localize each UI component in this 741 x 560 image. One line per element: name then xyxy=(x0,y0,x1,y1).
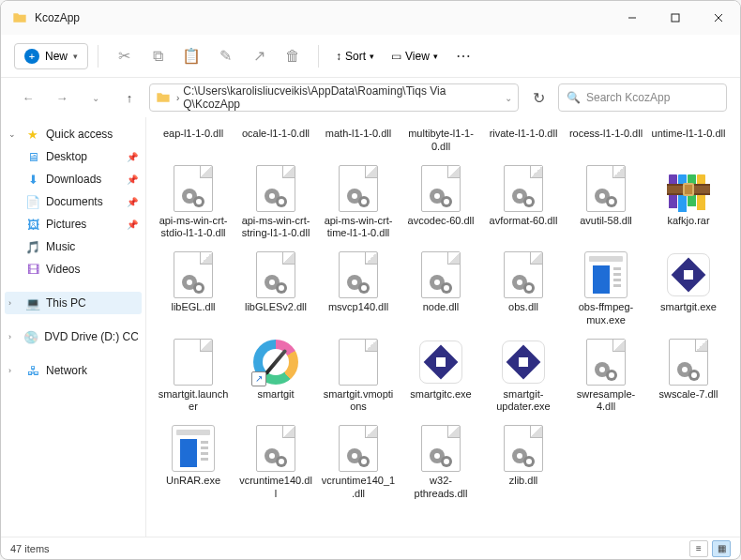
cut-icon[interactable]: ✂ xyxy=(108,40,140,72)
navigation-pane: ⌄★Quick access 🖥Desktop📌 ⬇Downloads📌 📄Do… xyxy=(1,117,146,537)
file-item[interactable]: vcruntime140_1.dll xyxy=(319,421,398,505)
file-label: libGLESv2.dll xyxy=(245,301,307,314)
search-input[interactable]: 🔍 Search KcozApp xyxy=(558,83,727,112)
file-item[interactable]: avformat-60.dll xyxy=(484,161,563,245)
file-item[interactable]: smartgitc.exe xyxy=(401,335,480,418)
chevron-down-icon: ▾ xyxy=(370,52,374,61)
file-label: vcruntime140.dll xyxy=(238,475,313,501)
refresh-button[interactable]: ↻ xyxy=(524,83,552,112)
sidebar-item-music[interactable]: 🎵Music xyxy=(5,235,142,258)
file-label: multibyte-l1-1-0.dll xyxy=(403,128,478,154)
sidebar-item-documents[interactable]: 📄Documents📌 xyxy=(5,190,142,213)
file-label: swresample-4.dll xyxy=(568,388,643,415)
chevron-down-icon[interactable]: ⌄ xyxy=(82,83,110,112)
address-path: C:\Users\karolisliucveikis\AppData\Roami… xyxy=(183,84,505,111)
file-item[interactable]: api-ms-win-crt-stdio-l1-1-0.dll xyxy=(154,161,233,245)
svg-rect-1 xyxy=(672,14,679,22)
sidebar-item-desktop[interactable]: 🖥Desktop📌 xyxy=(5,145,142,168)
file-label: obs-ffmpeg-mux.exe xyxy=(568,301,643,327)
file-item[interactable]: avutil-58.dll xyxy=(567,161,645,245)
close-button[interactable] xyxy=(697,1,740,35)
file-item[interactable]: w32-pthreads.dll xyxy=(401,421,480,505)
address-bar[interactable]: › C:\Users\karolisliucveikis\AppData\Roa… xyxy=(149,83,519,112)
file-label: untime-l1-1-0.dll xyxy=(652,128,726,141)
file-item[interactable]: rocess-l1-1-0.dll xyxy=(567,125,645,158)
status-bar: 47 items ≡ ▦ xyxy=(1,537,740,559)
new-button[interactable]: + New ▾ xyxy=(14,43,88,69)
file-label: msvcp140.dll xyxy=(328,301,388,314)
pin-icon: 📌 xyxy=(127,197,138,207)
file-item[interactable]: ↗smartgit xyxy=(236,335,315,418)
file-item[interactable]: api-ms-win-crt-time-l1-1-0.dll xyxy=(319,161,398,245)
rename-icon[interactable]: ✎ xyxy=(209,40,241,72)
file-item[interactable]: api-ms-win-crt-string-l1-1-0.dll xyxy=(236,161,315,245)
file-icon xyxy=(252,165,299,212)
copy-icon[interactable]: ⧉ xyxy=(142,40,174,72)
file-item[interactable]: obs.dll xyxy=(484,248,563,331)
file-label: smartgit-updater.exe xyxy=(486,388,561,415)
chevron-down-icon: ▾ xyxy=(433,52,438,61)
file-item[interactable]: smartgit-updater.exe xyxy=(484,335,563,418)
file-item[interactable]: avcodec-60.dll xyxy=(401,161,480,245)
file-item[interactable]: msvcp140.dll xyxy=(319,248,398,331)
file-item[interactable]: swscale-7.dll xyxy=(649,335,728,418)
file-label: math-l1-1-0.dll xyxy=(325,128,391,141)
sidebar-item-quick-access[interactable]: ⌄★Quick access xyxy=(5,123,142,145)
sidebar-item-this-pc[interactable]: ›💻This PC xyxy=(5,292,142,314)
sidebar-item-videos[interactable]: 🎞Videos xyxy=(5,258,142,280)
file-label: UnRAR.exe xyxy=(166,475,220,488)
icons-view-button[interactable]: ▦ xyxy=(712,540,731,557)
sort-icon: ↕ xyxy=(336,50,341,63)
file-icon xyxy=(500,425,547,472)
file-item[interactable]: smartgit.launcher xyxy=(154,335,233,418)
file-label: rivate-l1-1-0.dll xyxy=(490,128,558,141)
file-item[interactable]: eap-l1-1-0.dll xyxy=(154,125,233,158)
file-item[interactable]: obs-ffmpeg-mux.exe xyxy=(567,248,645,331)
file-item[interactable]: ocale-l1-1-0.dll xyxy=(236,125,315,158)
address-bar-row: ← → ⌄ ↑ › C:\Users\karolisliucveikis\App… xyxy=(1,78,740,117)
file-label: swscale-7.dll xyxy=(659,388,718,401)
delete-icon[interactable]: 🗑 xyxy=(277,40,309,72)
sidebar-item-downloads[interactable]: ⬇Downloads📌 xyxy=(5,168,142,190)
sidebar-item-network[interactable]: ›🖧Network xyxy=(5,359,142,382)
file-item[interactable]: multibyte-l1-1-0.dll xyxy=(401,125,480,158)
explorer-window: KcozApp + New ▾ ✂ ⧉ 📋 ✎ ↗ 🗑 ↕ Sort ▾ ▭ V… xyxy=(0,0,741,560)
up-button[interactable]: ↑ xyxy=(115,83,144,112)
file-icon xyxy=(417,339,464,386)
chevron-down-icon: ▾ xyxy=(73,52,78,61)
file-item[interactable]: node.dll xyxy=(401,248,480,331)
forward-button[interactable]: → xyxy=(48,83,76,112)
more-icon[interactable]: ⋯ xyxy=(447,40,479,72)
file-icon xyxy=(500,165,547,212)
file-item[interactable]: untime-l1-1-0.dll xyxy=(649,125,728,158)
file-label: rocess-l1-1-0.dll xyxy=(569,128,643,141)
share-icon[interactable]: ↗ xyxy=(243,40,275,72)
details-view-button[interactable]: ≡ xyxy=(689,540,708,557)
view-button[interactable]: ▭ View ▾ xyxy=(384,45,446,68)
file-item[interactable]: vcruntime140.dll xyxy=(236,421,315,505)
file-item[interactable]: swresample-4.dll xyxy=(567,335,645,418)
sidebar-item-dvd[interactable]: ›💿DVD Drive (D:) CCCC xyxy=(5,325,142,348)
file-icon xyxy=(170,425,217,472)
file-item[interactable]: libEGL.dll xyxy=(154,248,233,331)
file-item[interactable]: UnRAR.exe xyxy=(154,421,233,505)
file-list[interactable]: eap-l1-1-0.dllocale-l1-1-0.dllmath-l1-1-… xyxy=(146,117,740,537)
sidebar-item-pictures[interactable]: 🖼Pictures📌 xyxy=(5,213,142,235)
file-item[interactable]: math-l1-1-0.dll xyxy=(319,125,398,158)
chevron-down-icon[interactable]: ⌄ xyxy=(505,93,512,103)
file-item[interactable]: smartgit.vmoptions xyxy=(319,335,398,418)
paste-icon[interactable]: 📋 xyxy=(175,40,207,72)
file-label: api-ms-win-crt-string-l1-1-0.dll xyxy=(238,215,313,241)
file-item[interactable]: smartgit.exe xyxy=(649,248,728,331)
minimize-button[interactable] xyxy=(611,1,654,35)
file-item[interactable]: rivate-l1-1-0.dll xyxy=(484,125,563,158)
sort-button[interactable]: ↕ Sort ▾ xyxy=(328,45,382,68)
maximize-button[interactable] xyxy=(654,1,697,35)
back-button[interactable]: ← xyxy=(14,83,42,112)
file-icon xyxy=(500,251,547,298)
file-item[interactable]: kafkjo.rar xyxy=(649,161,728,245)
file-item[interactable]: libGLESv2.dll xyxy=(236,248,315,331)
file-icon: ↗ xyxy=(252,339,299,386)
file-item[interactable]: zlib.dll xyxy=(484,421,563,505)
file-icon xyxy=(170,339,217,386)
